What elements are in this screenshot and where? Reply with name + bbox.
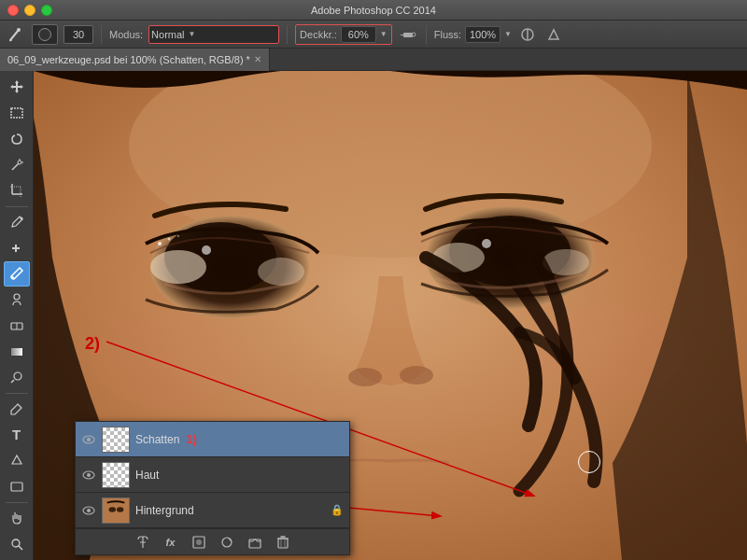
gradient-tool[interactable] xyxy=(4,339,30,364)
svg-line-23 xyxy=(11,380,14,383)
tool-separator-2 xyxy=(6,393,28,394)
canvas-area[interactable]: 2) Schatten 1) xyxy=(34,71,747,560)
svg-rect-63 xyxy=(249,539,261,548)
separator-2 xyxy=(287,25,288,44)
svg-point-17 xyxy=(11,276,14,279)
layer-name-hintergrund: Hintergrund xyxy=(135,504,325,517)
separator-1 xyxy=(101,25,102,44)
layer-thumb-hintergrund xyxy=(102,497,130,524)
svg-point-31 xyxy=(150,250,206,284)
svg-point-56 xyxy=(87,509,91,512)
svg-rect-2 xyxy=(403,33,413,37)
document-tab[interactable]: 06_09_werkzeuge.psd bei 100% (Schatten, … xyxy=(0,49,270,71)
eyedropper-tool[interactable] xyxy=(4,210,30,235)
svg-rect-21 xyxy=(11,348,22,356)
layer-visibility-haut[interactable] xyxy=(81,468,96,483)
opacity-group: Deckkr.: ▼ xyxy=(295,24,392,45)
fluss-label: Fluss: xyxy=(434,29,461,40)
healing-tool[interactable] xyxy=(4,235,30,260)
svg-point-39 xyxy=(90,314,239,407)
layer-group-button[interactable] xyxy=(245,532,265,553)
svg-point-42 xyxy=(482,239,491,248)
airbrush-icon[interactable] xyxy=(398,24,418,45)
layer-name-haut: Haut xyxy=(135,469,344,482)
layers-bottom-bar: fx xyxy=(76,528,349,554)
svg-point-18 xyxy=(14,294,20,300)
path-selection-tool[interactable] xyxy=(4,448,30,473)
doc-tab-name: 06_09_werkzeuge.psd bei 100% (Schatten, … xyxy=(7,54,250,65)
layer-lock-icon: 🔒 xyxy=(331,504,344,516)
tablet-opacity-icon[interactable] xyxy=(543,24,564,45)
layer-visibility-hintergrund[interactable] xyxy=(81,503,96,518)
zoom-tool[interactable] xyxy=(4,531,30,556)
layer-visibility-schatten[interactable] xyxy=(81,432,96,447)
minimize-button[interactable] xyxy=(24,5,35,16)
modus-value: Normal xyxy=(151,29,184,40)
modus-dropdown[interactable]: Normal ▼ xyxy=(148,25,279,44)
svg-point-41 xyxy=(202,245,211,255)
window-controls xyxy=(7,5,52,16)
svg-point-1 xyxy=(17,28,21,32)
svg-point-43 xyxy=(158,242,162,245)
layer-delete-button[interactable] xyxy=(273,532,293,553)
eraser-tool[interactable] xyxy=(4,314,30,339)
layer-row-hintergrund[interactable]: Hintergrund 🔒 xyxy=(76,493,349,528)
modus-arrow-icon: ▼ xyxy=(189,30,196,38)
svg-point-37 xyxy=(348,368,382,386)
close-button[interactable] xyxy=(7,5,19,16)
brush-size-input[interactable] xyxy=(63,25,93,44)
move-tool[interactable] xyxy=(4,75,30,100)
deck-label: Deckkr.: xyxy=(300,29,337,40)
svg-point-52 xyxy=(87,438,91,441)
deck-input[interactable] xyxy=(341,26,376,43)
layer-thumb-schatten xyxy=(102,427,130,453)
crop-tool[interactable] xyxy=(4,178,30,203)
shape-tool[interactable] xyxy=(4,474,30,499)
modus-label: Modus: xyxy=(109,29,143,40)
tab-bar: 06_09_werkzeuge.psd bei 100% (Schatten, … xyxy=(0,49,747,71)
main-area: T xyxy=(0,71,747,560)
layer-row-haut[interactable]: Haut xyxy=(76,457,349,493)
lasso-tool[interactable] xyxy=(4,126,30,151)
layer-annotation-1: 1) xyxy=(183,432,197,446)
magic-wand-tool[interactable] xyxy=(4,152,30,177)
type-tool[interactable]: T xyxy=(4,422,30,447)
layer-row-schatten[interactable]: Schatten 1) xyxy=(76,422,349,457)
tab-close-button[interactable]: ✕ xyxy=(254,54,261,64)
brush-preview[interactable] xyxy=(32,24,58,45)
hand-tool[interactable] xyxy=(4,505,30,530)
svg-point-45 xyxy=(177,235,179,237)
svg-point-44 xyxy=(168,238,171,241)
options-bar: Modus: Normal ▼ Deckkr.: ▼ Fluss: ▼ xyxy=(0,21,747,49)
svg-point-22 xyxy=(14,372,21,380)
layer-fx-button[interactable]: fx xyxy=(161,532,181,553)
layers-panel: Schatten 1) Haut xyxy=(75,421,350,555)
svg-rect-64 xyxy=(278,539,288,548)
tool-separator-3 xyxy=(6,502,28,503)
maximize-button[interactable] xyxy=(41,5,52,16)
layer-adjustment-button[interactable] xyxy=(217,532,237,553)
marquee-tool[interactable] xyxy=(4,101,30,126)
clone-tool[interactable] xyxy=(4,287,30,313)
layer-thumb-haut xyxy=(102,462,130,488)
svg-point-38 xyxy=(400,366,433,385)
layer-link-button[interactable] xyxy=(133,532,153,553)
svg-line-0 xyxy=(10,30,19,40)
svg-point-61 xyxy=(196,539,202,545)
brush-tool[interactable] xyxy=(4,261,30,287)
svg-point-16 xyxy=(20,217,22,219)
tablet-pressure-icon[interactable] xyxy=(517,24,538,45)
layer-mask-button[interactable] xyxy=(189,532,209,553)
fx-label: fx xyxy=(166,537,176,548)
fluss-input[interactable] xyxy=(465,26,500,43)
type-icon: T xyxy=(12,427,21,442)
svg-rect-3 xyxy=(401,35,404,35)
deck-arrow-icon: ▼ xyxy=(380,30,388,38)
pen-tool[interactable] xyxy=(4,397,30,422)
dodge-tool[interactable] xyxy=(4,365,30,390)
svg-rect-7 xyxy=(11,108,22,118)
brush-icon[interactable] xyxy=(6,24,26,45)
toolbar: T xyxy=(0,71,34,560)
svg-rect-24 xyxy=(11,483,22,491)
tool-separator-1 xyxy=(6,206,28,207)
